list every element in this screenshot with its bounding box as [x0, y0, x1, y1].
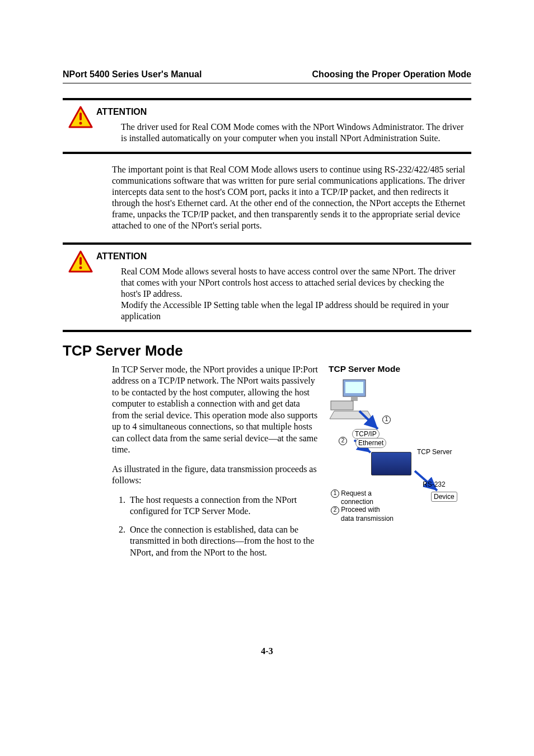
page-header: NPort 5400 Series User's Manual Choosing…	[63, 69, 471, 80]
circled-number-1-icon: 1	[331, 489, 339, 498]
svg-rect-4	[79, 257, 82, 265]
attention-callout-2: ATTENTION Real COM Mode allows several h…	[63, 242, 471, 332]
callout-2-title: ATTENTION	[96, 251, 466, 262]
svg-rect-7	[345, 382, 363, 393]
page-number: 4-3	[0, 646, 534, 656]
legend-step2b: data transmission	[341, 515, 394, 522]
content-area: ATTENTION The driver used for Real COM M…	[63, 98, 471, 565]
nport-device-icon	[371, 452, 411, 475]
section-para-2: As illustrated in the figure, data trans…	[112, 464, 318, 487]
svg-point-2	[79, 122, 82, 125]
attention-callout-1: ATTENTION The driver used for Real COM M…	[63, 98, 471, 154]
svg-rect-1	[79, 113, 82, 120]
header-left: NPort 5400 Series User's Manual	[63, 69, 202, 80]
tcp-server-label: TCP Server	[417, 448, 452, 456]
legend-step1b: connection	[341, 498, 394, 506]
two-column-section: In TCP Server mode, the NPort provides a…	[63, 364, 471, 565]
callout-2-text-2: Modify the Accessible IP Setting table w…	[121, 300, 466, 322]
legend-step1a: Request a	[341, 489, 372, 497]
middle-paragraph: The important point is that Real COM Mod…	[112, 164, 471, 231]
figure-column: TCP Server Mode	[329, 364, 471, 565]
svg-rect-8	[351, 396, 358, 401]
callout-1-title: ATTENTION	[96, 107, 466, 117]
list-item: Once the connection is established, data…	[128, 524, 318, 558]
rs232-label: RS-232	[423, 480, 446, 488]
tcp-server-diagram: 1 2 TCP/IP Ethernet TCP Server RS-232 De…	[329, 377, 466, 524]
numbered-list: The host requests a connection from the …	[112, 494, 318, 558]
diagram-legend: 1 Request a connection 2 Proceed with da…	[331, 489, 394, 522]
callout-2-text-1: Real COM Mode allows several hosts to ha…	[121, 266, 466, 300]
ethernet-label: Ethernet	[355, 438, 386, 448]
warning-icon	[68, 106, 93, 128]
header-rule	[63, 83, 471, 83]
circled-number-1-icon: 1	[382, 416, 391, 424]
device-box: Device	[431, 492, 457, 502]
section-para-1: In TCP Server mode, the NPort provides a…	[112, 364, 318, 456]
callout-1-text: The driver used for Real COM Mode comes …	[121, 122, 466, 144]
header-right: Choosing the Proper Operation Mode	[312, 69, 471, 80]
circled-number-2-icon: 2	[339, 437, 347, 445]
list-item: The host requests a connection from the …	[128, 494, 318, 517]
legend-step2a: Proceed with	[341, 506, 380, 514]
section-body: In TCP Server mode, the NPort provides a…	[112, 364, 318, 565]
circled-number-2-icon: 2	[331, 506, 339, 515]
svg-point-5	[79, 267, 82, 269]
figure-title: TCP Server Mode	[329, 364, 471, 374]
section-heading-tcp-server-mode: TCP Server Mode	[63, 342, 471, 360]
warning-icon	[68, 250, 93, 273]
svg-rect-9	[331, 401, 353, 410]
